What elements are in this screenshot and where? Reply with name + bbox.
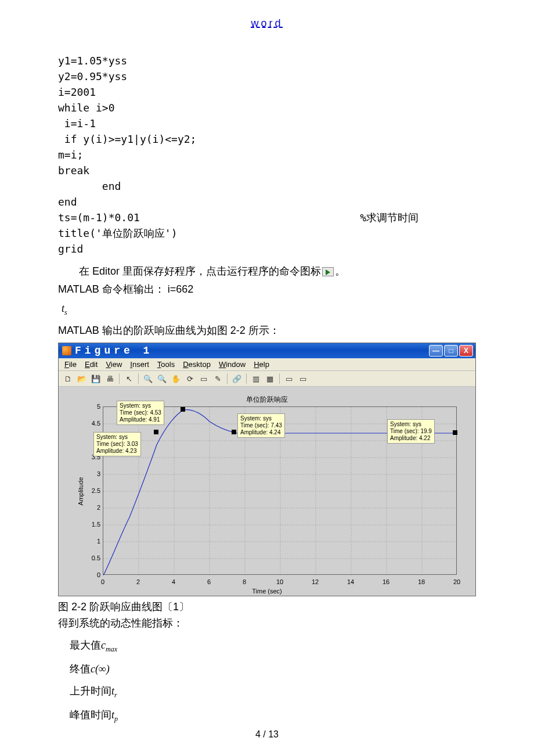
save-icon[interactable]: 💾 [90,373,102,384]
show-tools-icon[interactable]: ▭ [297,373,309,384]
pointer-icon[interactable]: ↖ [123,373,135,384]
menu-tools[interactable]: Tools [157,360,175,369]
menu-help[interactable]: Help [254,360,269,369]
datatip[interactable]: System: sys Time (sec): 7.43 Amplitude: … [237,413,285,438]
datapoint-marker [453,430,457,435]
perf-intro: 得到系统的动态性能指标： [58,616,476,630]
toolbar: 🗋 📂 💾 🖶 ↖ 🔍 🔍 ✋ ⟳ ▭ ✎ 🔗 ▥ ▦ ▭ ▭ [59,371,475,387]
menu-desktop[interactable]: Desktop [183,360,211,369]
ytick: 5 [90,403,100,410]
xtick: 8 [243,578,246,585]
menubar: File Edit View Insert Tools Desktop Wind… [59,358,475,371]
datapoint-marker [154,430,158,434]
menu-view[interactable]: View [106,360,122,369]
xtick: 4 [172,578,175,585]
maximize-button[interactable]: □ [444,345,458,357]
zoom-in-icon[interactable]: 🔍 [142,373,154,384]
perf-final: 终值c(∞) [70,662,476,676]
page-number: 4 / 13 [0,729,534,740]
ytick: 3 [90,470,100,477]
perf-rise: 上升时间tr [70,684,476,700]
xtick: 12 [312,578,319,585]
brush-icon[interactable]: ✎ [212,373,223,384]
datapoint-marker [232,430,236,434]
zoom-out-icon[interactable]: 🔍 [156,373,168,384]
menu-window[interactable]: Window [219,360,246,369]
legend-icon[interactable]: ▦ [264,373,276,384]
curve-intro: MATLAB 输出的阶跃响应曲线为如图 2-2 所示： [58,322,476,340]
ytick: 2 [90,504,100,511]
ytick: 4.5 [90,420,100,427]
plot-area: 单位阶跃响应 Amplitude Time (sec) [59,387,475,596]
datapoint-marker [181,407,185,412]
datatip[interactable]: System: sys Time (sec): 4.53 Amplitude: … [117,401,164,425]
perf-peak: 峰值时间tp [70,708,476,723]
ytick: 1.5 [90,521,100,528]
cmd-output: MATLAB 命令框输出： i=662 [58,280,476,298]
xtick: 14 [347,578,354,585]
xtick: 0 [101,578,104,585]
xtick: 16 [383,578,389,585]
hide-tools-icon[interactable]: ▭ [283,373,295,384]
ytick: 1 [90,538,100,545]
x-axis-label: Time (sec) [59,588,475,595]
matlab-icon [62,346,71,355]
link-icon[interactable]: 🔗 [231,373,243,384]
datatip[interactable]: System: sys Time (sec): 19.9 Amplitude: … [387,419,435,444]
xtick: 18 [418,578,425,585]
xtick: 2 [136,578,140,585]
menu-file[interactable]: File [64,360,77,369]
pan-icon[interactable]: ✋ [170,373,182,384]
open-icon[interactable]: 📂 [76,373,88,384]
header-link-text: word [251,17,283,29]
window-title: Figure 1 [75,345,429,357]
print-icon[interactable]: 🖶 [104,373,116,384]
xtick: 10 [276,578,283,585]
close-button[interactable]: X [459,345,473,357]
perf-max: 最大值cmax [70,638,476,654]
matlab-figure-window: Figure 1 — □ X File Edit View Insert Too… [58,343,476,596]
run-icon [322,267,334,276]
code-block: y1=1.05*yss y2=0.95*yss i=2001 while i>0… [58,53,476,257]
titlebar[interactable]: Figure 1 — □ X [59,343,475,358]
ts-symbol: ts [62,303,476,317]
ytick: 0 [90,571,100,578]
datacursor-icon[interactable]: ▭ [198,373,210,384]
minimize-button[interactable]: — [429,345,443,357]
editor-instruction: 在 Editor 里面保存好程序，点击运行程序的命令图标。 [58,262,476,280]
xtick: 6 [207,578,211,585]
perf-list: 最大值cmax 终值c(∞) 上升时间tr 峰值时间tp [58,638,476,723]
datatip[interactable]: System: sys Time (sec): 3.03 Amplitude: … [93,432,141,456]
figure-caption: 图 2-2 阶跃响应曲线图〔1〕 [58,600,476,614]
header-link[interactable]: word [58,17,476,30]
menu-edit[interactable]: Edit [85,360,98,369]
ytick: 0.5 [90,555,100,561]
xtick: 20 [453,578,460,585]
menu-insert[interactable]: Insert [130,360,149,369]
y-axis-label: Amplitude [77,477,84,506]
new-figure-icon[interactable]: 🗋 [62,373,74,384]
rotate-icon[interactable]: ⟳ [184,373,196,384]
colorbar-icon[interactable]: ▥ [250,373,262,384]
ytick: 2.5 [90,487,100,494]
